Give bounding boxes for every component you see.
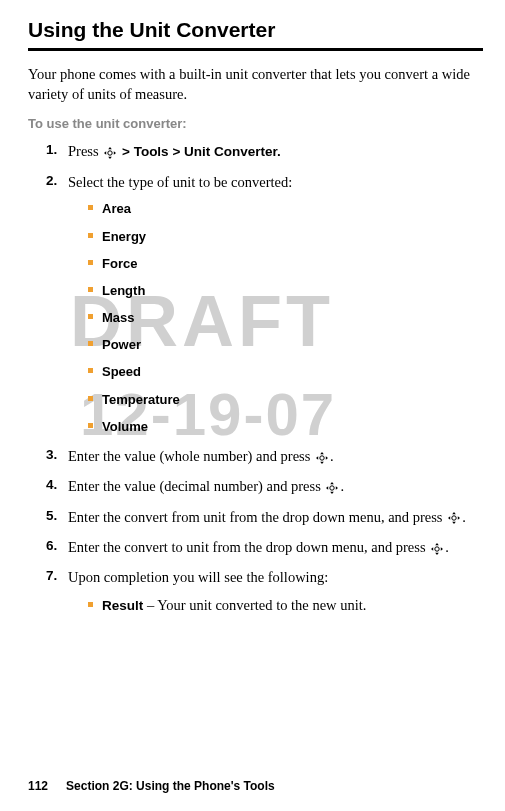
- step-text: Upon completion you will see the followi…: [68, 569, 328, 585]
- step-text: Select the type of unit to be converted:: [68, 174, 292, 190]
- nav-key-icon: [325, 481, 339, 495]
- step-text-post: .: [462, 509, 466, 525]
- list-item: Mass: [88, 309, 483, 327]
- step-number: 7.: [46, 567, 57, 586]
- step-number: 6.: [46, 537, 57, 556]
- list-item: Result – Your unit converted to the new …: [88, 595, 483, 616]
- svg-point-3: [452, 516, 456, 520]
- step-number: 3.: [46, 446, 57, 465]
- step-text-post: .: [445, 539, 449, 555]
- svg-point-2: [330, 486, 334, 490]
- step-text-post: .: [330, 448, 334, 464]
- svg-point-0: [108, 151, 112, 155]
- step-number: 5.: [46, 507, 57, 526]
- step-number: 2.: [46, 172, 57, 191]
- step-text-pre: Enter the value (whole number) and press: [68, 448, 314, 464]
- step-7: 7. Upon completion you will see the foll…: [46, 567, 483, 616]
- list-item: Volume: [88, 418, 483, 436]
- section-label: Section 2G: Using the Phone's Tools: [66, 779, 275, 793]
- svg-point-1: [320, 455, 324, 459]
- page-title: Using the Unit Converter: [28, 18, 483, 42]
- steps-list: 1. Press > Tools > Unit Converter. 2. Se…: [28, 141, 483, 616]
- step-text-post: .: [340, 478, 344, 494]
- list-item: Temperature: [88, 391, 483, 409]
- list-item: Length: [88, 282, 483, 300]
- step-2: 2. Select the type of unit to be convert…: [46, 172, 483, 436]
- step-5: 5. Enter the convert from unit from the …: [46, 507, 483, 527]
- result-desc: – Your unit converted to the new unit.: [143, 597, 366, 613]
- intro-paragraph: Your phone comes with a built-in unit co…: [28, 65, 483, 104]
- step-3: 3. Enter the value (whole number) and pr…: [46, 446, 483, 466]
- nav-key-icon: [103, 146, 117, 160]
- step-text-pre: Enter the value (decimal number) and pre…: [68, 478, 324, 494]
- step-1: 1. Press > Tools > Unit Converter.: [46, 141, 483, 162]
- list-item: Power: [88, 336, 483, 354]
- nav-key-icon: [315, 451, 329, 465]
- nav-key-icon: [447, 511, 461, 525]
- step-number: 1.: [46, 141, 57, 160]
- result-list: Result – Your unit converted to the new …: [68, 595, 483, 616]
- list-item: Energy: [88, 228, 483, 246]
- nav-key-icon: [430, 542, 444, 556]
- step-text-pre: Enter the convert from unit from the dro…: [68, 509, 446, 525]
- unit-type-list: Area Energy Force Length Mass Power Spee…: [68, 200, 483, 436]
- step-4: 4. Enter the value (decimal number) and …: [46, 476, 483, 496]
- page-content: Using the Unit Converter Your phone come…: [28, 18, 483, 616]
- step-number: 4.: [46, 476, 57, 495]
- step-text-post: > Tools > Unit Converter.: [118, 144, 281, 159]
- result-label: Result: [102, 598, 143, 613]
- list-item: Speed: [88, 363, 483, 381]
- list-item: Area: [88, 200, 483, 218]
- procedure-subhead: To use the unit converter:: [28, 116, 483, 131]
- list-item: Force: [88, 255, 483, 273]
- page-number: 112: [28, 779, 48, 793]
- page-footer: 112Section 2G: Using the Phone's Tools: [28, 779, 275, 793]
- svg-point-4: [435, 546, 439, 550]
- step-text-pre: Press: [68, 143, 102, 159]
- title-rule: [28, 48, 483, 51]
- step-text-pre: Enter the convert to unit from the drop …: [68, 539, 429, 555]
- step-6: 6. Enter the convert to unit from the dr…: [46, 537, 483, 557]
